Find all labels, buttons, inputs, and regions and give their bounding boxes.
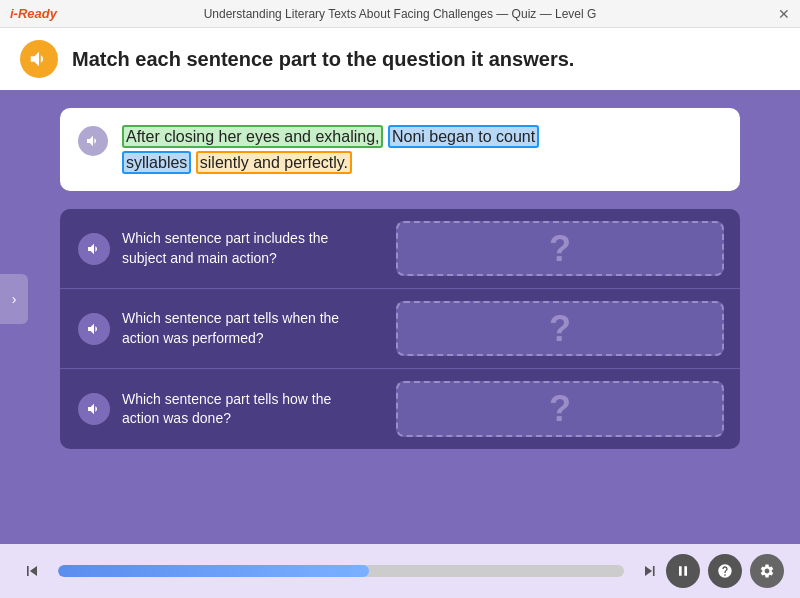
side-tab-arrow: ›	[12, 291, 17, 307]
questions-area: Which sentence part includes the subject…	[60, 209, 740, 449]
progress-track	[58, 565, 624, 577]
settings-button[interactable]	[750, 554, 784, 588]
header-audio-button[interactable]	[20, 40, 58, 78]
skip-back-button[interactable]	[16, 555, 48, 587]
page-instruction: Match each sentence part to the question…	[72, 48, 574, 71]
main-content: After closing her eyes and exhaling, Non…	[0, 90, 800, 544]
question-1-text: Which sentence part includes the subject…	[122, 229, 362, 268]
bottom-bar	[0, 544, 800, 598]
skip-forward-button[interactable]	[634, 555, 666, 587]
help-button[interactable]	[708, 554, 742, 588]
question-2-text: Which sentence part tells when the actio…	[122, 309, 362, 348]
nav-right-buttons	[666, 554, 784, 588]
question-1-audio[interactable]	[78, 233, 110, 265]
question-2-audio[interactable]	[78, 313, 110, 345]
window-title: Understanding Literary Texts About Facin…	[204, 7, 597, 21]
pause-button[interactable]	[666, 554, 700, 588]
sentence-part-4[interactable]: silently and perfectly.	[196, 151, 352, 174]
question-1-drop-zone[interactable]: ?	[396, 221, 724, 276]
sentence-audio-button[interactable]	[78, 126, 108, 156]
sentence-part-1[interactable]: After closing her eyes and exhaling,	[122, 125, 383, 148]
sentence-card: After closing her eyes and exhaling, Non…	[60, 108, 740, 191]
question-3-text: Which sentence part tells how the action…	[122, 390, 362, 429]
question-left-2: Which sentence part tells when the actio…	[60, 289, 380, 368]
question-left-1: Which sentence part includes the subject…	[60, 209, 380, 288]
question-row-1: Which sentence part includes the subject…	[60, 209, 740, 289]
app-logo: i-Ready	[10, 6, 57, 21]
sentence-part-3[interactable]: syllables	[122, 151, 191, 174]
side-tab[interactable]: ›	[0, 274, 28, 324]
question-3-placeholder: ?	[549, 388, 571, 430]
question-2-placeholder: ?	[549, 308, 571, 350]
question-row-2: Which sentence part tells when the actio…	[60, 289, 740, 369]
sentence-part-2[interactable]: Noni began to count	[388, 125, 539, 148]
question-3-drop-zone[interactable]: ?	[396, 381, 724, 437]
question-1-placeholder: ?	[549, 228, 571, 270]
title-bar: i-Ready Understanding Literary Texts Abo…	[0, 0, 800, 28]
question-3-audio[interactable]	[78, 393, 110, 425]
progress-fill	[58, 565, 369, 577]
sentence-display: After closing her eyes and exhaling, Non…	[122, 124, 539, 175]
question-2-drop-zone[interactable]: ?	[396, 301, 724, 356]
header: Match each sentence part to the question…	[0, 28, 800, 90]
progress-container	[58, 565, 624, 577]
question-left-3: Which sentence part tells how the action…	[60, 369, 380, 449]
close-button[interactable]: ✕	[778, 6, 790, 22]
question-row-3: Which sentence part tells how the action…	[60, 369, 740, 449]
